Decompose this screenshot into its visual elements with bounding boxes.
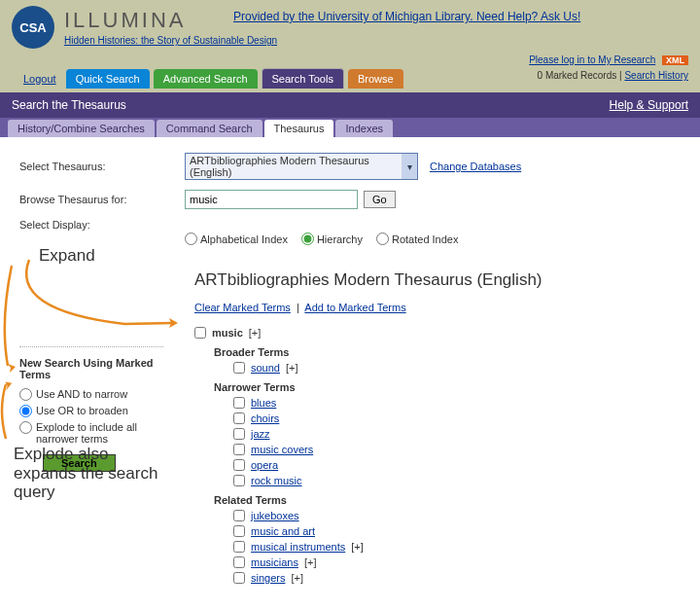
section-narrower: Narrower Terms (214, 381, 681, 393)
sidebar: New Search Using Marked Terms Use AND to… (19, 270, 175, 586)
term-link[interactable]: rock music (251, 475, 302, 486)
expand-icon[interactable]: [+] (304, 556, 317, 568)
radio-hierarchy[interactable]: Hierarchy (301, 233, 363, 245)
term-row: blues (233, 395, 681, 411)
term-checkbox[interactable] (233, 572, 245, 584)
term-link[interactable]: musicians (251, 556, 298, 568)
login-link[interactable]: Please log in to My Research (529, 54, 655, 65)
search-button[interactable]: Search (43, 454, 116, 472)
inner-tab-command[interactable]: Command Search (157, 120, 262, 137)
tab-search-tools[interactable]: Search Tools (262, 68, 344, 89)
term-row: music and art (233, 523, 681, 539)
annotation-expand: Expand (39, 246, 95, 266)
term-link[interactable]: blues (251, 397, 276, 409)
chevron-down-icon: ▾ (402, 154, 417, 179)
radio-and[interactable]: Use AND to narrow (19, 388, 163, 401)
display-mode-radio-group: Alphabetical Index Hierarchy Rotated Ind… (185, 233, 681, 245)
term-checkbox[interactable] (233, 428, 245, 440)
term-link[interactable]: choirs (251, 412, 279, 424)
xml-badge[interactable]: XML (662, 55, 688, 65)
term-checkbox[interactable] (233, 556, 245, 568)
tagline-link[interactable]: Hidden Histories: the Story of Sustainab… (64, 35, 277, 46)
term-row: music covers (233, 442, 681, 457)
clear-marked-link[interactable]: Clear Marked Terms (194, 302, 291, 313)
radio-rotated-label: Rotated Index (392, 233, 459, 245)
logout-link[interactable]: Logout (23, 73, 56, 85)
add-marked-link[interactable]: Add to Marked Terms (304, 302, 405, 313)
results-heading: ARTbibliographies Modern Thesaurus (Engl… (194, 270, 681, 290)
term-link[interactable]: sound (251, 362, 280, 374)
section-broader: Broader Terms (214, 346, 681, 358)
inner-tab-indexes[interactable]: Indexes (335, 120, 393, 137)
term-checkbox[interactable] (233, 444, 245, 455)
term-checkbox[interactable] (194, 327, 206, 339)
term-link[interactable]: opera (251, 459, 278, 471)
term-row: singers [+] (233, 570, 681, 586)
term-checkbox[interactable] (233, 397, 245, 409)
provided-by-link[interactable]: Provided by the University of Michigan L… (233, 10, 580, 23)
tab-quick-search[interactable]: Quick Search (66, 69, 150, 89)
term-link[interactable]: music covers (251, 444, 313, 455)
radio-explode[interactable]: Explode to include all narrower terms (19, 421, 163, 445)
term-checkbox[interactable] (233, 541, 245, 553)
term-row: musical instruments [+] (233, 539, 681, 555)
term-link[interactable]: singers (251, 572, 285, 584)
term-link[interactable]: musical instruments (251, 541, 345, 553)
marked-records-count: 0 Marked Records (538, 70, 617, 81)
change-databases-link[interactable]: Change Databases (430, 161, 521, 172)
header: CSA ILLUMINA Hidden Histories: the Story… (0, 0, 700, 92)
term-row: sound [+] (233, 360, 681, 376)
browse-for-label: Browse Thesaurus for: (19, 194, 185, 205)
radio-or[interactable]: Use OR to broaden (19, 405, 163, 417)
radio-explode-label: Explode to include all narrower terms (36, 421, 163, 445)
thesaurus-select[interactable]: ARTbibliographies Modern Thesaurus (Engl… (185, 153, 418, 180)
tab-browse[interactable]: Browse (348, 69, 403, 89)
inner-tab-thesaurus[interactable]: Thesaurus (264, 120, 334, 137)
radio-rotated[interactable]: Rotated Index (376, 233, 459, 245)
radio-and-label: Use AND to narrow (36, 388, 127, 400)
term-link[interactable]: jukeboxes (251, 510, 299, 521)
inner-tab-history[interactable]: History/Combine Searches (8, 120, 155, 137)
thesaurus-select-value: ARTbibliographies Modern Thesaurus (Engl… (190, 155, 369, 178)
radio-alpha[interactable]: Alphabetical Index (185, 233, 288, 245)
term-list: music [+] Broader Terms sound [+] Narrow… (194, 325, 681, 586)
term-row: musicians [+] (233, 555, 681, 570)
term-checkbox[interactable] (233, 510, 245, 521)
term-checkbox[interactable] (233, 475, 245, 486)
select-display-label: Select Display: (19, 219, 185, 231)
term-row: jazz (233, 426, 681, 442)
term-checkbox[interactable] (233, 362, 245, 374)
sidebar-heading: New Search Using Marked Terms (19, 357, 163, 380)
radio-hierarchy-label: Hierarchy (317, 233, 363, 245)
term-row: jukeboxes (233, 508, 681, 523)
results-main: ARTbibliographies Modern Thesaurus (Engl… (175, 270, 681, 586)
select-thesaurus-label: Select Thesaurus: (19, 161, 185, 172)
expand-icon[interactable]: [+] (249, 327, 262, 339)
expand-icon[interactable]: [+] (351, 541, 364, 553)
term-checkbox[interactable] (233, 525, 245, 537)
term-row: choirs (233, 411, 681, 426)
term-checkbox[interactable] (233, 459, 245, 471)
tab-advanced-search[interactable]: Advanced Search (154, 69, 258, 89)
csa-logo: CSA (12, 6, 54, 49)
section-related: Related Terms (214, 494, 681, 506)
radio-alpha-label: Alphabetical Index (200, 233, 288, 245)
browse-input[interactable] (185, 190, 358, 209)
search-history-link[interactable]: Search History (624, 70, 688, 81)
term-link[interactable]: music and art (251, 525, 315, 537)
radio-or-label: Use OR to broaden (36, 405, 128, 416)
term-row: rock music (233, 473, 681, 488)
term-link[interactable]: jazz (251, 428, 270, 440)
term-root: music (212, 327, 243, 339)
term-checkbox[interactable] (233, 412, 245, 424)
go-button[interactable]: Go (364, 191, 396, 208)
expand-icon[interactable]: [+] (286, 362, 298, 374)
content: Select Thesaurus: ARTbibliographies Mode… (0, 137, 700, 609)
section-bar: Search the Thesaurus Help & Support (0, 92, 700, 118)
help-link[interactable]: Help & Support (610, 98, 688, 112)
term-row: opera (233, 457, 681, 473)
expand-icon[interactable]: [+] (291, 572, 303, 584)
section-title: Search the Thesaurus (12, 98, 126, 112)
inner-tab-bar: History/Combine Searches Command Search … (0, 118, 700, 137)
